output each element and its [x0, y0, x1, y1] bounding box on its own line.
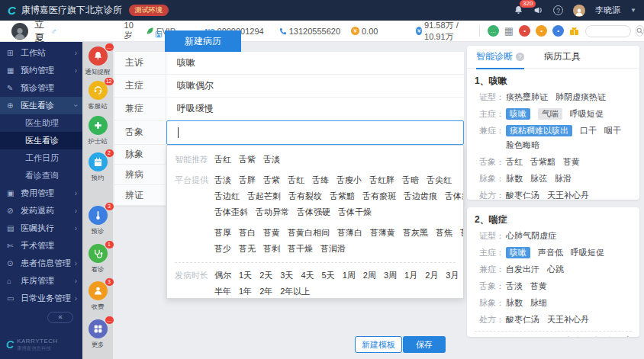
diagnosis-item[interactable]: 舌红: [506, 156, 523, 168]
sidebar-item-pharmacy[interactable]: ⊘发药退药›: [0, 202, 82, 220]
suggest-option[interactable]: 舌尖红: [427, 172, 452, 188]
form-field-3[interactable]: [166, 120, 464, 145]
suggest-option[interactable]: 舌紫: [263, 172, 280, 188]
quicknav-pretriage[interactable]: 3预诊: [82, 206, 113, 236]
diagnosis-item[interactable]: 呼吸短促: [571, 247, 604, 258]
new-template-button[interactable]: 新建模板: [355, 336, 402, 353]
quicknav-cashier[interactable]: 3收费: [82, 281, 113, 312]
quicknav-nurse[interactable]: 护士站: [82, 116, 113, 146]
diagnosis-item[interactable]: 天王补心丹: [547, 314, 589, 325]
suggest-option[interactable]: 舌体干燥: [338, 204, 372, 220]
sidebar-item-surgery[interactable]: ✄手术管理: [0, 237, 82, 255]
suggest-option[interactable]: 舌体瘦软: [445, 188, 464, 204]
suggest-option[interactable]: 苔白: [239, 225, 256, 241]
suggest-option[interactable]: 舌红胖: [369, 172, 394, 188]
form-field-2[interactable]: 呼吸缓慢: [166, 98, 464, 120]
sidebar-item-doctor-visit[interactable]: ⊕医生看诊›: [0, 97, 82, 114]
suggest-option[interactable]: 舌体强硬: [297, 204, 330, 220]
user-name[interactable]: 李晓源: [595, 5, 620, 16]
suggest-option[interactable]: 舌暗: [402, 172, 419, 188]
sidebar-subitem[interactable]: 工作日历: [0, 149, 82, 167]
suggest-option[interactable]: 2月: [425, 268, 438, 284]
sidebar-item-workstation[interactable]: ⊞工作站›: [0, 44, 82, 62]
quicknav-visit[interactable]: 1看诊: [82, 244, 113, 274]
diagnosis-item[interactable]: 脉滑: [555, 173, 572, 184]
save-button[interactable]: 保存: [403, 336, 446, 353]
diagnosis-item[interactable]: 咽干: [604, 125, 621, 136]
sidebar-collapse-button[interactable]: «: [47, 312, 73, 323]
diagnosis-item[interactable]: 声音低: [538, 247, 563, 258]
red-app-icon[interactable]: •: [519, 25, 530, 37]
suggest-option[interactable]: 1天: [239, 268, 252, 284]
suggest-option[interactable]: 舌紫黯: [330, 188, 355, 204]
suggest-option[interactable]: 苔黄: [263, 225, 280, 241]
diagnosis-item[interactable]: 苔黄: [563, 156, 580, 168]
suggest-option[interactable]: 苔润滑: [320, 241, 346, 257]
user-avatar[interactable]: [573, 5, 585, 17]
suggest-option[interactable]: 苔厚: [214, 225, 231, 241]
chat-icon[interactable]: …: [488, 25, 499, 37]
diagnosis-item[interactable]: 天王补心丹: [547, 190, 589, 200]
diagnosis-item[interactable]: 脉数: [506, 297, 523, 309]
tab-new-medical-record[interactable]: 新建病历: [165, 30, 241, 52]
sidebar-subitem[interactable]: 看诊查询: [0, 167, 82, 184]
diagnosis-item[interactable]: 痰热壅肺证: [506, 91, 548, 103]
suggest-option[interactable]: 舌边红: [214, 188, 240, 204]
suggest-option[interactable]: 舌绛: [312, 172, 329, 188]
form-field-0[interactable]: 咳嗽: [166, 52, 464, 75]
tab-record-tools[interactable]: 病历工具: [544, 50, 581, 63]
suggest-option[interactable]: 舌有裂纹: [288, 188, 322, 204]
suggest-option[interactable]: 舌起芒刺: [247, 188, 281, 204]
grid-apps-icon[interactable]: ▦: [504, 26, 514, 36]
diagnosis-item[interactable]: 呼吸短促: [570, 108, 604, 120]
sidebar-subitem[interactable]: 医生看诊: [0, 132, 82, 149]
suggest-option[interactable]: 舌体歪斜: [214, 204, 248, 220]
blue-app-icon[interactable]: •: [552, 25, 564, 37]
patient-avatar[interactable]: [11, 23, 28, 40]
diagnosis-item[interactable]: 舌紫黯: [530, 156, 555, 168]
suggest-option[interactable]: 舌胖: [239, 172, 256, 188]
suggest-option[interactable]: 苔黄白相间: [288, 225, 330, 241]
suggest-option[interactable]: 舌紫: [239, 152, 256, 168]
suggest-option[interactable]: 苔干燥: [288, 241, 313, 257]
suggest-option[interactable]: 苔焦: [436, 225, 452, 241]
help-icon[interactable]: ?: [553, 5, 563, 15]
quicknav-notify[interactable]: …通知提醒: [82, 46, 113, 77]
sidebar-item-appointment[interactable]: ▦预约管理›: [0, 62, 82, 79]
quicknav-appoint[interactable]: 2预约: [82, 152, 113, 183]
chevron-down-icon[interactable]: ▼: [630, 7, 636, 14]
diagnosis-item[interactable]: 酸枣仁汤: [506, 190, 539, 200]
suggest-option[interactable]: 3天: [280, 268, 293, 284]
announcement-icon[interactable]: [533, 5, 543, 15]
diagnosis-item[interactable]: 心跳: [547, 264, 564, 275]
diagnosis-item[interactable]: 脉细: [530, 297, 547, 309]
suggest-option[interactable]: 2年: [259, 284, 272, 299]
diagnosis-item[interactable]: 酸枣仁汤: [506, 314, 539, 325]
diagnosis-item[interactable]: 心肺气阴虚症: [506, 230, 556, 242]
gift-icon[interactable]: [569, 27, 579, 36]
sidebar-item-fee[interactable]: ▣费用管理›: [0, 184, 82, 202]
suggest-option[interactable]: 苔腻: [460, 225, 464, 241]
suggest-option[interactable]: 1年: [239, 284, 252, 299]
suggest-option[interactable]: 舌边齿痕: [404, 188, 437, 204]
diagnosis-item[interactable]: 脉弦: [530, 173, 547, 184]
orange-app-icon[interactable]: •: [536, 25, 547, 37]
ai-info-icon[interactable]: ?: [516, 53, 524, 61]
suggest-option[interactable]: 1月: [404, 268, 417, 284]
diagnosis-item[interactable]: 口干: [580, 125, 597, 136]
suggest-option[interactable]: 舌动异常: [256, 204, 289, 220]
sidebar-item-pretriage[interactable]: ✎预诊管理: [0, 79, 82, 97]
diagnosis-item[interactable]: 脸色晦暗: [506, 139, 539, 151]
suggest-option[interactable]: 苔少: [214, 241, 231, 257]
suggest-option[interactable]: 苔薄白: [337, 225, 362, 241]
diagnosis-item[interactable]: 舌淡: [506, 280, 523, 292]
suggest-option[interactable]: 舌瘦小: [336, 172, 362, 188]
search-icon[interactable]: [636, 25, 644, 37]
diagnosis-item[interactable]: 肺阴虚痰热证: [555, 91, 606, 103]
diagnosis-item[interactable]: 脉数: [506, 173, 523, 184]
suggest-option[interactable]: 2天: [259, 268, 272, 284]
suggest-option[interactable]: 苔无: [239, 241, 256, 257]
suggest-option[interactable]: 舌有瘀斑: [362, 188, 396, 204]
quicknav-more[interactable]: …更多: [82, 319, 113, 350]
sidebar-item-patient-info[interactable]: ⊙患者信息管理›: [0, 255, 82, 272]
